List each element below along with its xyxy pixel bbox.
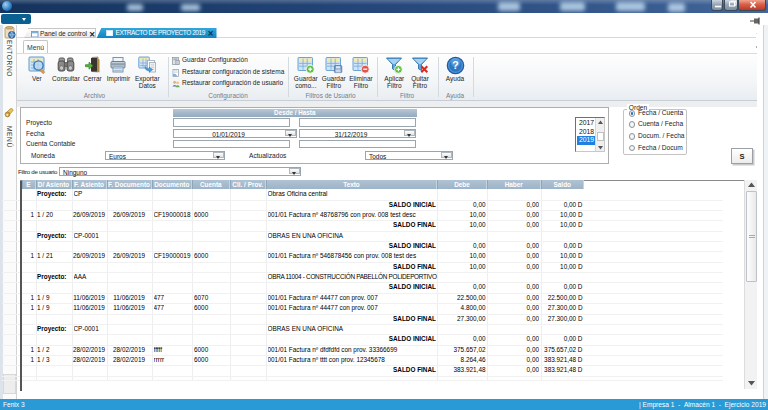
svg-text:?: ?: [452, 59, 458, 71]
